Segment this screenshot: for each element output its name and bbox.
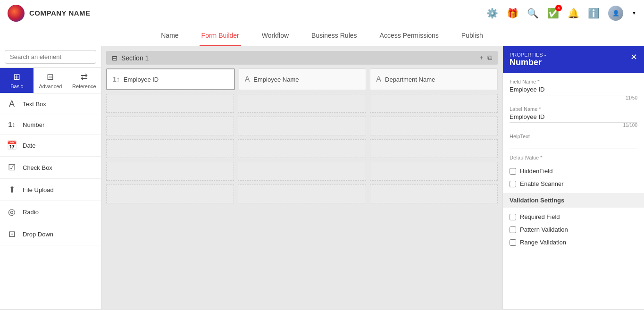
- section-collapse-icon[interactable]: ⊟: [112, 54, 117, 62]
- sidebar: ⊞ Basic ⊟ Advanced ⇄ Reference A Text Bo…: [0, 46, 101, 309]
- properties-close-button[interactable]: ✕: [630, 52, 637, 62]
- prop-field-name-label: Field Name *: [510, 79, 637, 84]
- form-row-1: 1↕ Employee ID A Employee Name A Departm…: [106, 68, 498, 90]
- tab-form-builder[interactable]: Form Builder: [200, 26, 241, 46]
- prop-helptext: HelpText: [510, 134, 637, 149]
- header: COMPANY NAME ⚙️ 🎁 🔍 ✅ 4 🔔 ℹ️ 👤 ▼: [0, 0, 644, 26]
- search-input[interactable]: [5, 50, 96, 64]
- empty-cell-10: [106, 162, 234, 181]
- bell-icon[interactable]: 🔔: [568, 8, 579, 19]
- prop-field-name: Field Name * Employee ID 11/50: [510, 79, 637, 101]
- sidebar-tab-reference-label: Reference: [72, 84, 96, 89]
- properties-header: PROPERTIES - Number ✕: [503, 46, 644, 73]
- element-radio-label: Radio: [23, 209, 39, 216]
- field-department-name-label: Department Name: [385, 76, 435, 83]
- properties-panel: PROPERTIES - Number ✕ Field Name * Emplo…: [502, 46, 644, 309]
- section-header-right: + ⧉: [480, 54, 492, 62]
- element-number[interactable]: 1↕ Number: [0, 115, 101, 134]
- prop-field-name-counter: 11/50: [510, 95, 637, 101]
- empty-cell-8: [238, 139, 366, 158]
- prop-required-field: Required Field: [510, 213, 637, 220]
- empty-row-4: [106, 162, 498, 181]
- enable-scanner-checkbox[interactable]: [510, 181, 516, 187]
- required-field-label: Required Field: [520, 213, 560, 220]
- field-employee-id[interactable]: 1↕ Employee ID: [106, 68, 235, 90]
- nav-tabs: Name Form Builder Workflow Business Rule…: [0, 26, 644, 46]
- element-list: A Text Box 1↕ Number 📅 Date ☑ Check Box …: [0, 93, 101, 309]
- sidebar-tab-reference[interactable]: ⇄ Reference: [67, 68, 101, 93]
- range-validation-checkbox[interactable]: [510, 239, 516, 246]
- advanced-icon: ⊟: [47, 72, 54, 82]
- number-icon: 1↕: [7, 121, 17, 128]
- prop-label-name-value[interactable]: Employee ID: [510, 113, 637, 123]
- element-date-label: Date: [23, 142, 35, 149]
- empty-cell-12: [370, 162, 498, 181]
- empty-row-1: [106, 94, 498, 113]
- element-checkbox[interactable]: ☑ Check Box: [0, 157, 101, 179]
- sidebar-tabs: ⊞ Basic ⊟ Advanced ⇄ Reference: [0, 68, 101, 93]
- empty-cell-15: [370, 184, 498, 203]
- header-left: COMPANY NAME: [8, 5, 91, 22]
- chevron-down-icon[interactable]: ▼: [632, 10, 636, 16]
- company-name: COMPANY NAME: [29, 9, 91, 17]
- reference-icon: ⇄: [81, 72, 88, 82]
- search-icon[interactable]: 🔍: [527, 8, 539, 19]
- date-icon: 📅: [7, 140, 17, 151]
- tab-publish[interactable]: Publish: [460, 26, 485, 46]
- header-icons: ⚙️ 🎁 🔍 ✅ 4 🔔 ℹ️ 👤 ▼: [486, 6, 636, 21]
- properties-subtitle: PROPERTIES -: [510, 52, 546, 58]
- required-field-checkbox[interactable]: [510, 214, 516, 220]
- empty-cell-1: [106, 94, 234, 113]
- check-icon[interactable]: ✅ 4: [547, 8, 559, 19]
- prop-helptext-value[interactable]: [510, 141, 637, 149]
- gift-icon[interactable]: 🎁: [507, 8, 519, 19]
- empty-cell-5: [238, 117, 366, 135]
- textbox-icon: A: [7, 99, 17, 109]
- empty-cell-7: [106, 139, 234, 158]
- checkbox-icon: ☑: [7, 162, 17, 173]
- empty-cell-14: [238, 184, 366, 203]
- element-textbox[interactable]: A Text Box: [0, 93, 101, 115]
- validation-section-header: Validation Settings: [503, 193, 644, 208]
- avatar[interactable]: 👤: [608, 6, 623, 21]
- element-radio[interactable]: ◎ Radio: [0, 201, 101, 223]
- prop-label-name: Label Name * Employee ID 11/100: [510, 106, 637, 128]
- properties-title: Number: [510, 58, 546, 67]
- prop-hidden-field: HiddenField: [510, 168, 637, 175]
- sidebar-tab-basic-label: Basic: [10, 84, 23, 89]
- element-fileupload[interactable]: ⬆ File Upload: [0, 179, 101, 201]
- field-department-name[interactable]: A Department Name: [370, 68, 498, 90]
- field-department-name-icon: A: [376, 75, 381, 84]
- info-icon[interactable]: ℹ️: [588, 8, 600, 19]
- element-dropdown[interactable]: ⊡ Drop Down: [0, 223, 101, 245]
- tab-workflow[interactable]: Workflow: [260, 26, 291, 46]
- tab-business-rules[interactable]: Business Rules: [309, 26, 359, 46]
- section-label: Section 1: [121, 54, 149, 62]
- gear-icon[interactable]: ⚙️: [486, 8, 498, 19]
- hidden-field-checkbox[interactable]: [510, 168, 516, 175]
- prop-range-validation: Range Validation: [510, 239, 637, 246]
- sidebar-tab-advanced[interactable]: ⊟ Advanced: [33, 68, 67, 93]
- prop-field-name-value[interactable]: Employee ID: [510, 86, 637, 95]
- main-layout: ⊞ Basic ⊟ Advanced ⇄ Reference A Text Bo…: [0, 46, 644, 309]
- element-date[interactable]: 📅 Date: [0, 134, 101, 157]
- element-checkbox-label: Check Box: [23, 164, 52, 171]
- section-add-icon[interactable]: +: [480, 54, 484, 62]
- pattern-validation-checkbox[interactable]: [510, 226, 516, 233]
- empty-row-5: [106, 184, 498, 203]
- tab-name[interactable]: Name: [159, 26, 180, 46]
- section-copy-icon[interactable]: ⧉: [487, 54, 492, 62]
- tab-access-permissions[interactable]: Access Permissions: [378, 26, 441, 46]
- company-logo: [8, 5, 25, 22]
- fileupload-icon: ⬆: [7, 184, 17, 195]
- element-fileupload-label: File Upload: [23, 186, 54, 193]
- empty-row-3: [106, 139, 498, 158]
- element-textbox-label: Text Box: [23, 101, 46, 108]
- empty-cell-11: [238, 162, 366, 181]
- field-employee-name[interactable]: A Employee Name: [239, 68, 367, 90]
- empty-cell-9: [370, 139, 498, 158]
- sidebar-tab-advanced-label: Advanced: [39, 84, 62, 89]
- prop-enable-scanner: Enable Scanner: [510, 180, 637, 187]
- sidebar-tab-basic[interactable]: ⊞ Basic: [0, 68, 33, 93]
- empty-cell-13: [106, 184, 234, 203]
